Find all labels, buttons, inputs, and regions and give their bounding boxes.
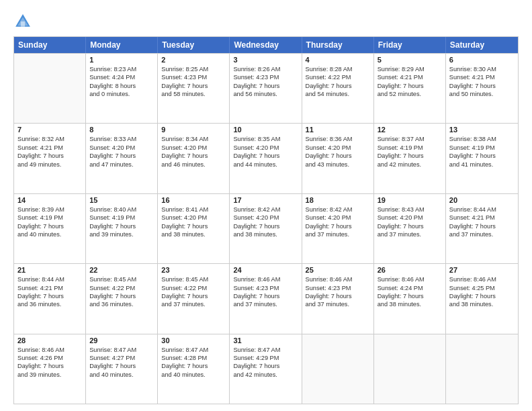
cell-line: Daylight: 7 hours [378,222,442,230]
calendar-cell: 18Sunrise: 8:42 AMSunset: 4:20 PMDayligh… [302,194,374,263]
calendar-body: 1Sunrise: 8:23 AMSunset: 4:24 PMDaylight… [14,53,518,404]
weekday-header: Saturday [446,37,518,53]
calendar-header: SundayMondayTuesdayWednesdayThursdayFrid… [14,37,518,53]
cell-line: Sunset: 4:23 PM [233,284,298,292]
calendar-cell: 5Sunrise: 8:29 AMSunset: 4:21 PMDaylight… [374,54,446,123]
day-number: 18 [306,196,370,204]
cell-line: Sunset: 4:21 PM [449,73,515,81]
logo-icon [13,12,32,31]
cell-line: Sunrise: 8:42 AM [306,205,370,214]
cell-line: Sunset: 4:29 PM [233,354,298,362]
cell-line: Sunset: 4:19 PM [17,214,82,222]
cell-line: Daylight: 7 hours [449,152,515,160]
day-number: 14 [17,196,82,204]
cell-line: Daylight: 7 hours [233,292,298,300]
cell-line: Sunrise: 8:46 AM [378,275,442,283]
day-number: 21 [17,266,82,274]
calendar-cell: 7Sunrise: 8:32 AMSunset: 4:21 PMDaylight… [14,124,86,193]
cell-line: Sunset: 4:24 PM [89,73,154,81]
day-number: 3 [233,56,298,64]
cell-line: Daylight: 7 hours [378,152,442,160]
cell-line: Sunset: 4:20 PM [89,144,154,152]
calendar-cell: 19Sunrise: 8:43 AMSunset: 4:20 PMDayligh… [374,194,446,263]
day-number: 28 [17,336,82,345]
day-number: 2 [161,56,226,64]
cell-line: Sunrise: 8:33 AM [89,135,154,143]
calendar-cell: 1Sunrise: 8:23 AMSunset: 4:24 PMDaylight… [86,54,158,123]
cell-line: Sunset: 4:20 PM [233,214,298,222]
calendar-cell: 22Sunrise: 8:45 AMSunset: 4:22 PMDayligh… [86,264,158,333]
cell-line: and 49 minutes. [17,161,82,169]
cell-line: Sunrise: 8:36 AM [306,135,370,143]
calendar-cell: 25Sunrise: 8:46 AMSunset: 4:23 PMDayligh… [302,264,374,333]
day-number: 5 [378,56,442,64]
cell-line: Sunset: 4:20 PM [233,144,298,152]
cell-line: Sunrise: 8:46 AM [233,275,298,283]
cell-line: Sunset: 4:26 PM [17,354,82,362]
cell-line: Daylight: 7 hours [233,82,298,90]
cell-line: and 38 minutes. [378,300,442,308]
calendar-cell: 27Sunrise: 8:46 AMSunset: 4:25 PMDayligh… [446,264,518,333]
day-number: 12 [378,126,442,134]
day-number: 7 [17,126,82,134]
cell-line: Sunrise: 8:46 AM [306,275,370,283]
cell-line: Daylight: 7 hours [161,292,226,300]
cell-line: Sunset: 4:28 PM [161,354,226,362]
calendar-cell: 20Sunrise: 8:44 AMSunset: 4:21 PMDayligh… [446,194,518,263]
cell-line: Sunrise: 8:45 AM [89,275,154,283]
cell-line: and 50 minutes. [449,90,515,98]
cell-line: Daylight: 7 hours [17,362,82,370]
calendar-cell: 3Sunrise: 8:26 AMSunset: 4:23 PMDaylight… [230,54,302,123]
cell-line: Sunset: 4:25 PM [449,284,515,292]
cell-line: Sunset: 4:20 PM [161,214,226,222]
day-number: 15 [89,196,154,204]
cell-line: Daylight: 7 hours [306,222,370,230]
weekday-header: Wednesday [230,37,302,53]
cell-line: and 44 minutes. [233,161,298,169]
cell-line: and 39 minutes. [17,371,82,379]
calendar-cell: 17Sunrise: 8:42 AMSunset: 4:20 PMDayligh… [230,194,302,263]
cell-line: Sunrise: 8:29 AM [378,65,442,73]
cell-line: Daylight: 7 hours [161,82,226,90]
cell-line: and 37 minutes. [306,300,370,308]
cell-line: Daylight: 7 hours [306,82,370,90]
cell-line: and 38 minutes. [449,300,515,308]
cell-line: Sunrise: 8:26 AM [233,65,298,73]
cell-line: Sunset: 4:20 PM [306,144,370,152]
calendar-cell: 31Sunrise: 8:47 AMSunset: 4:29 PMDayligh… [230,334,302,404]
cell-line: Daylight: 7 hours [89,292,154,300]
cell-line: Sunset: 4:19 PM [449,144,515,152]
cell-line: Sunset: 4:23 PM [306,284,370,292]
cell-line: and 36 minutes. [17,300,82,308]
calendar-cell: 10Sunrise: 8:35 AMSunset: 4:20 PMDayligh… [230,124,302,193]
cell-line: Sunset: 4:22 PM [89,284,154,292]
cell-line: Daylight: 7 hours [233,152,298,160]
cell-line: Sunrise: 8:47 AM [89,346,154,354]
calendar-cell: 16Sunrise: 8:41 AMSunset: 4:20 PMDayligh… [158,194,230,263]
day-number: 11 [306,126,370,134]
calendar-row: 7Sunrise: 8:32 AMSunset: 4:21 PMDaylight… [14,123,518,193]
day-number: 27 [449,266,515,274]
cell-line: Sunrise: 8:39 AM [17,205,82,214]
logo [13,12,35,31]
calendar-cell: 29Sunrise: 8:47 AMSunset: 4:27 PMDayligh… [86,334,158,404]
cell-line: and 0 minutes. [89,90,154,98]
calendar-cell: 6Sunrise: 8:30 AMSunset: 4:21 PMDaylight… [446,54,518,123]
day-number: 24 [233,266,298,274]
cell-line: and 37 minutes. [378,230,442,238]
day-number: 19 [378,196,442,204]
cell-line: Sunrise: 8:40 AM [89,205,154,214]
calendar-cell: 2Sunrise: 8:25 AMSunset: 4:23 PMDaylight… [158,54,230,123]
cell-line: and 54 minutes. [306,90,370,98]
cell-line: and 42 minutes. [233,371,298,379]
cell-line: Daylight: 7 hours [17,152,82,160]
cell-line: Sunrise: 8:34 AM [161,135,226,143]
calendar-cell: 12Sunrise: 8:37 AMSunset: 4:19 PMDayligh… [374,124,446,193]
cell-line: Sunset: 4:20 PM [306,214,370,222]
cell-line: and 40 minutes. [161,371,226,379]
cell-line: Daylight: 7 hours [233,362,298,370]
cell-line: Daylight: 8 hours [89,82,154,90]
cell-line: Sunset: 4:27 PM [89,354,154,362]
calendar-cell: 9Sunrise: 8:34 AMSunset: 4:20 PMDaylight… [158,124,230,193]
cell-line: Sunrise: 8:44 AM [17,275,82,283]
